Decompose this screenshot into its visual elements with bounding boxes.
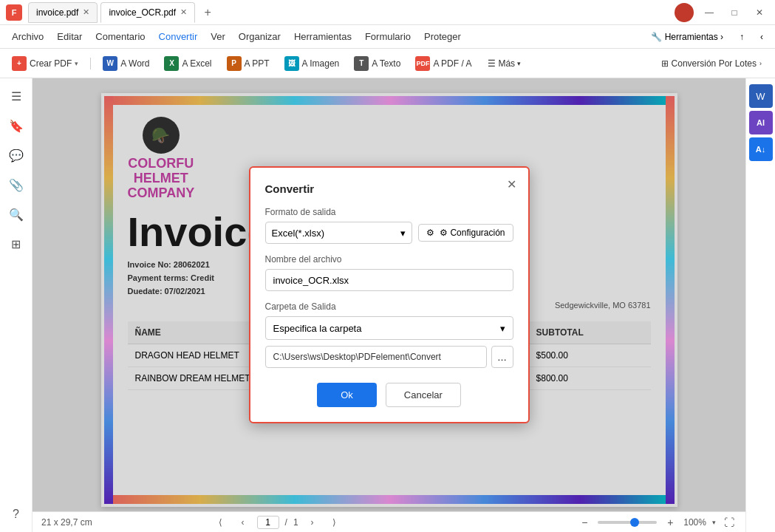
format-value: Excel(*.xlsx) (272, 228, 325, 239)
select-chevron: ▾ (400, 228, 406, 239)
folder-field-group: Carpeta de Salida Especifica la carpeta … (265, 301, 513, 368)
folder-path-row: … (265, 346, 513, 368)
filename-field-group: Nombre del archivo (265, 254, 513, 291)
pdf-icon: PDF (415, 56, 430, 71)
window-controls: — □ ✕ (675, 3, 769, 22)
select-row: Excel(*.xlsx) ▾ ⚙ ⚙ Configuración (265, 222, 513, 244)
ai-panel-icon[interactable]: AI (749, 111, 773, 134)
left-sidebar: ☰ 🔖 💬 📎 🔍 ⊞ ? (0, 78, 33, 532)
browse-icon: … (497, 352, 507, 363)
folder-dropdown[interactable]: Especifica la carpeta ▾ (265, 316, 513, 340)
upload-button[interactable]: ↑ (734, 30, 750, 44)
zoom-out-button[interactable]: − (577, 515, 592, 530)
tab-invoice-ocr-pdf[interactable]: invoice_OCR.pdf ✕ (100, 2, 195, 23)
hamburger-icon: ☰ (488, 58, 496, 69)
more-button[interactable]: ☰ Más ▾ (480, 55, 528, 72)
create-pdf-button[interactable]: + Crear PDF ▾ (6, 53, 84, 74)
sidebar-search-icon[interactable]: 🔍 (4, 202, 28, 226)
nav-back-button[interactable]: ‹ (754, 30, 769, 44)
page-number-input[interactable] (257, 516, 279, 529)
format-field-group: Formato de salida Excel(*.xlsx) ▾ ⚙ ⚙ Co… (265, 207, 513, 244)
convert-modal: Convertir ✕ Formato de salida Excel(*.xl… (249, 166, 530, 423)
app-logo: F (6, 4, 22, 21)
zoom-in-button[interactable]: + (663, 515, 677, 530)
menu-archivo[interactable]: Archivo (6, 28, 49, 45)
page-navigation: ⟨ ‹ / 1 › ⟩ (213, 514, 343, 531)
add-tab-button[interactable]: + (198, 3, 217, 22)
gear-icon: ⚙ (426, 228, 434, 238)
close-button[interactable]: ✕ (750, 3, 769, 22)
translate-panel-icon[interactable]: A↓ (749, 137, 773, 161)
menu-ver[interactable]: Ver (205, 28, 231, 45)
config-label: ⚙ Configuración (440, 228, 505, 238)
menu-editar[interactable]: Editar (51, 28, 88, 45)
folder-dropdown-chevron: ▾ (500, 323, 505, 334)
sidebar-pages-icon[interactable]: ☰ (4, 84, 28, 108)
prev-page-button[interactable]: ‹ (235, 514, 251, 531)
config-button[interactable]: ⚙ ⚙ Configuración (418, 224, 513, 242)
user-avatar[interactable] (675, 3, 694, 22)
sidebar-layers-icon[interactable]: ⊞ (4, 232, 28, 256)
format-label: Formato de salida (265, 207, 513, 217)
minimize-button[interactable]: — (700, 3, 719, 22)
menu-proteger[interactable]: Proteger (418, 28, 467, 45)
zoom-level: 100% (683, 517, 706, 528)
tab-label: invoice_OCR.pdf (109, 7, 176, 18)
to-word-button[interactable]: W A Word (97, 53, 155, 74)
word-icon: W (103, 56, 117, 71)
to-pdf-button[interactable]: PDF A PDF / A (409, 53, 477, 74)
tools-button[interactable]: 🔧 Herramientas › (645, 30, 729, 44)
title-bar: F invoice.pdf ✕ invoice_OCR.pdf ✕ + — □ … (0, 0, 775, 25)
filename-label: Nombre del archivo (265, 254, 513, 265)
modal-close-button[interactable]: ✕ (505, 177, 519, 191)
modal-title: Convertir (265, 183, 513, 195)
fit-page-button[interactable]: ⛶ (722, 515, 737, 530)
to-image-button[interactable]: 🖼 A Imagen (279, 53, 346, 74)
create-pdf-chevron: ▾ (75, 60, 78, 67)
excel-icon: X (164, 56, 179, 71)
folder-path-input[interactable] (265, 346, 487, 368)
sidebar-bookmarks-icon[interactable]: 🔖 (4, 114, 28, 137)
menu-bar-right: 🔧 Herramientas › ↑ ‹ (645, 30, 769, 44)
maximize-button[interactable]: □ (725, 3, 744, 22)
folder-dropdown-value: Especifica la carpeta (273, 323, 362, 334)
create-pdf-icon: + (12, 56, 27, 71)
last-page-button[interactable]: ⟩ (327, 514, 343, 531)
folder-browse-button[interactable]: … (491, 346, 513, 368)
document-area: 🪖 COLORFUHELMETCOMPANY Invoice Invoice N… (33, 78, 745, 532)
zoom-slider[interactable] (598, 521, 657, 524)
page-dimensions: 21 x 29,7 cm (41, 517, 92, 528)
cancel-button[interactable]: Cancelar (386, 383, 461, 407)
modal-overlay: Convertir ✕ Formato de salida Excel(*.xl… (33, 78, 745, 511)
menu-organizar[interactable]: Organizar (233, 28, 287, 45)
sidebar-comments-icon[interactable]: 💬 (4, 143, 28, 167)
tab-label: invoice.pdf (36, 7, 78, 18)
batch-icon: ⊞ (661, 58, 669, 69)
toolbar: + Crear PDF ▾ W A Word X A Excel P A PPT… (0, 49, 775, 78)
more-chevron: ▾ (517, 60, 521, 67)
format-select[interactable]: Excel(*.xlsx) ▾ (265, 222, 413, 244)
document-scroll[interactable]: 🪖 COLORFUHELMETCOMPANY Invoice Invoice N… (33, 78, 745, 511)
ok-button[interactable]: Ok (317, 383, 377, 407)
page-separator: / (285, 517, 287, 528)
tab-invoice-pdf[interactable]: invoice.pdf ✕ (28, 2, 98, 23)
sidebar-attachments-icon[interactable]: 📎 (4, 173, 28, 197)
sidebar-help-icon[interactable]: ? (4, 502, 28, 526)
to-text-button[interactable]: T A Texto (348, 53, 406, 74)
tab-close-icon[interactable]: ✕ (180, 7, 187, 17)
to-ppt-button[interactable]: P A PPT (221, 53, 276, 74)
folder-label: Carpeta de Salida (265, 301, 513, 312)
batch-conversion-button[interactable]: ⊞ Conversión Por Lotes › (654, 55, 769, 72)
tab-close-icon[interactable]: ✕ (83, 7, 89, 17)
menu-herramientas[interactable]: Herramientas (288, 28, 358, 45)
to-excel-button[interactable]: X A Excel (158, 53, 217, 74)
word-panel-icon[interactable]: W (749, 84, 773, 108)
menu-comentario[interactable]: Comentario (89, 28, 151, 45)
modal-actions: Ok Cancelar (265, 383, 513, 407)
menu-convertir[interactable]: Convertir (153, 28, 204, 45)
menu-formulario[interactable]: Formulario (359, 28, 417, 45)
first-page-button[interactable]: ⟨ (213, 514, 229, 531)
zoom-thumb[interactable] (630, 518, 639, 527)
filename-input[interactable] (265, 269, 513, 291)
next-page-button[interactable]: › (304, 514, 321, 531)
